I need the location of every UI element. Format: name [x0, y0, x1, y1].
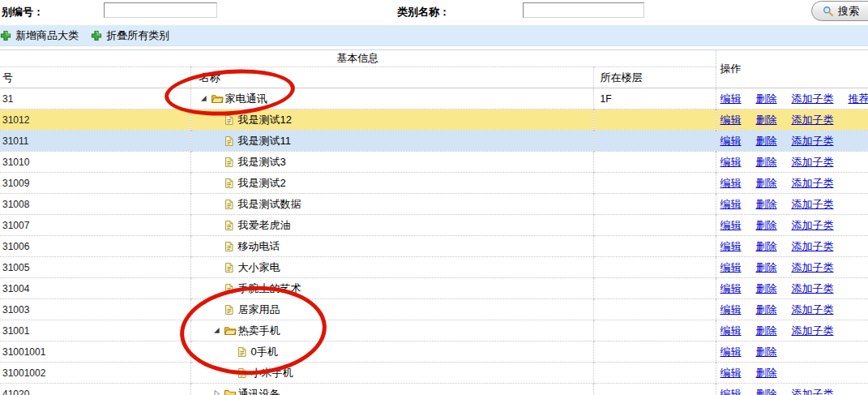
action-edit-link[interactable]: 编辑 [720, 261, 742, 273]
category-name: 小米手机 [251, 366, 293, 380]
action-delete-link[interactable]: 删除 [756, 198, 777, 210]
row-actions: 编辑删除添加子类 [716, 152, 868, 173]
action-add-sub-link[interactable]: 添加子类 [792, 156, 834, 168]
action-edit-link[interactable]: 编辑 [720, 177, 742, 189]
table-row: 31001002小米手机编辑删除 [0, 363, 868, 384]
row-floor [593, 173, 716, 194]
action-add-sub-link[interactable]: 添加子类 [792, 114, 834, 126]
action-delete-link[interactable]: 删除 [756, 135, 777, 147]
doc-icon [237, 367, 251, 379]
row-id: 31006 [0, 236, 190, 257]
category-name: 移动电话 [238, 239, 280, 254]
row-actions: 编辑删除添加子类 [716, 173, 868, 194]
action-delete-link[interactable]: 删除 [756, 282, 777, 294]
collapse-all-icon [91, 30, 102, 41]
row-actions: 编辑删除添加子类 [716, 236, 868, 257]
name-column-header: 名称 [190, 67, 593, 88]
doc-icon [224, 114, 238, 126]
action-delete-link[interactable]: 删除 [756, 324, 777, 337]
action-recommend-floor-link[interactable]: 推荐楼层 [849, 92, 868, 105]
basic-info-group-header: 基本信息 [0, 50, 716, 67]
collapse-node-icon[interactable] [199, 94, 211, 103]
action-edit-link[interactable]: 编辑 [720, 388, 742, 395]
action-add-sub-link[interactable]: 添加子类 [792, 324, 834, 337]
action-delete-link[interactable]: 删除 [756, 219, 777, 231]
row-name-cell: 移动电话 [190, 236, 593, 257]
row-name-cell: 通讯设备 [190, 384, 593, 395]
action-add-sub-link[interactable]: 添加子类 [792, 198, 834, 210]
table-row: 41020通讯设备编辑删除添加子类 [0, 384, 868, 395]
action-delete-link[interactable]: 删除 [756, 177, 777, 189]
action-edit-link[interactable]: 编辑 [720, 219, 742, 231]
action-add-sub-link[interactable]: 添加子类 [792, 92, 834, 105]
folder-open-icon [224, 325, 238, 336]
row-actions: 编辑删除添加子类 [716, 278, 868, 299]
action-delete-link[interactable]: 删除 [756, 367, 777, 379]
action-add-sub-link[interactable]: 添加子类 [792, 240, 834, 252]
action-add-sub-link[interactable]: 添加子类 [792, 303, 834, 316]
table-row: 31005大小家电编辑删除添加子类 [0, 257, 868, 278]
category-name: 我是测试数据 [238, 197, 301, 212]
search-button[interactable]: 搜索 [811, 1, 868, 21]
action-edit-link[interactable]: 编辑 [720, 114, 742, 126]
doc-icon [237, 346, 251, 358]
action-edit-link[interactable]: 编辑 [720, 92, 742, 105]
action-edit-link[interactable]: 编辑 [720, 303, 742, 316]
row-id: 31004 [0, 278, 190, 299]
action-add-sub-link[interactable]: 添加子类 [792, 388, 834, 395]
expand-node-icon[interactable] [212, 389, 224, 395]
action-edit-link[interactable]: 编辑 [720, 240, 742, 252]
category-name-label: 类别名称： [397, 5, 450, 19]
row-floor [593, 215, 716, 236]
action-add-sub-link[interactable]: 添加子类 [792, 261, 834, 273]
row-id: 31010 [0, 152, 190, 173]
action-delete-link[interactable]: 删除 [756, 240, 777, 252]
action-add-sub-link[interactable]: 添加子类 [792, 282, 834, 294]
folder-closed-icon [224, 389, 238, 395]
row-actions: 编辑删除添加子类 [716, 320, 868, 341]
action-delete-link[interactable]: 删除 [756, 346, 777, 358]
action-edit-link[interactable]: 编辑 [720, 367, 742, 379]
row-floor [593, 320, 716, 341]
category-name: 家电通讯 [225, 92, 267, 106]
table-row: 31006移动电话编辑删除添加子类 [0, 236, 868, 257]
category-id-input[interactable] [104, 2, 217, 18]
table-row: 31003居家用品编辑删除添加子类 [0, 299, 868, 320]
category-name: 我爱老虎油 [238, 218, 291, 233]
category-name: 手腕上的艺术 [238, 281, 301, 296]
action-edit-link[interactable]: 编辑 [720, 198, 742, 210]
category-name-input[interactable] [523, 2, 644, 18]
doc-icon [224, 220, 238, 231]
action-edit-link[interactable]: 编辑 [720, 135, 742, 147]
table-row: 31008我是测试数据编辑删除添加子类 [0, 194, 868, 215]
action-edit-link[interactable]: 编辑 [720, 346, 742, 358]
action-delete-link[interactable]: 删除 [756, 92, 777, 105]
collapse-all-button[interactable]: 折叠所有类别 [91, 28, 169, 43]
action-edit-link[interactable]: 编辑 [720, 282, 742, 294]
action-delete-link[interactable]: 删除 [756, 388, 777, 395]
action-edit-link[interactable]: 编辑 [720, 324, 742, 337]
row-floor [593, 194, 716, 215]
operations-column-header: 操作 [716, 50, 868, 88]
action-add-sub-link[interactable]: 添加子类 [792, 219, 834, 231]
action-add-sub-link[interactable]: 添加子类 [792, 135, 834, 147]
row-id: 31001001 [0, 341, 190, 363]
add-plus-icon [0, 30, 11, 41]
collapse-node-icon[interactable] [212, 326, 224, 335]
row-name-cell: 我是测试3 [190, 152, 593, 173]
search-form: 别编号： 类别名称： 搜索 [0, 0, 868, 24]
table-row: 31007我爱老虎油编辑删除添加子类 [0, 215, 868, 236]
action-add-sub-link[interactable]: 添加子类 [792, 177, 834, 189]
action-delete-link[interactable]: 删除 [756, 156, 777, 168]
action-delete-link[interactable]: 删除 [756, 261, 777, 273]
action-edit-link[interactable]: 编辑 [720, 156, 742, 168]
table-row: 31012我是测试12编辑删除添加子类 [0, 109, 868, 131]
row-name-cell: 家电通讯 [190, 88, 593, 109]
table-row: 31011我是测试11编辑删除添加子类 [0, 131, 868, 152]
collapse-all-label: 折叠所有类别 [106, 28, 169, 43]
category-name: 我是测试2 [238, 176, 286, 191]
action-delete-link[interactable]: 删除 [756, 114, 777, 126]
action-delete-link[interactable]: 删除 [756, 303, 777, 316]
add-category-button[interactable]: 新增商品大类 [0, 28, 79, 43]
category-name: 居家用品 [238, 303, 280, 317]
